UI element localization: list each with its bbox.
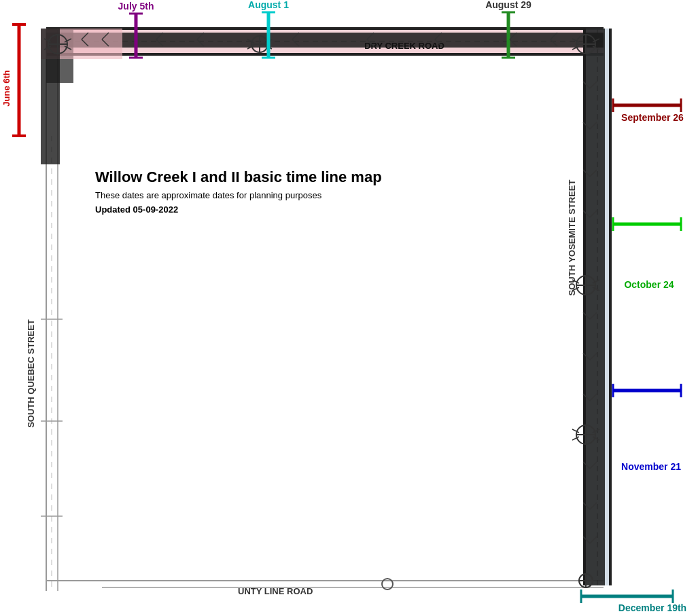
south-yosemite-street-label: SOUTH YOSEMITE STREET [567, 179, 577, 295]
june6-label: June 6th [1, 70, 12, 107]
october24-label: October 24 [624, 279, 674, 290]
september26-label: September 26 [621, 112, 684, 123]
july5-label: July 5th [118, 1, 154, 12]
dry-creek-road-label: DRY CREEK ROAD [364, 41, 444, 51]
november21-label: November 21 [621, 461, 681, 472]
svg-rect-17 [46, 33, 604, 48]
map-title: Willow Creek I and II basic time line ma… [95, 168, 382, 186]
august1-label: August 1 [248, 0, 289, 10]
svg-rect-21 [583, 29, 605, 585]
map-subtitle: These dates are approximate dates for pl… [95, 190, 382, 200]
title-block: Willow Creek I and II basic time line ma… [95, 168, 382, 215]
december19-label: December 19th [618, 602, 686, 613]
map-updated: Updated 05-09-2022 [95, 204, 382, 215]
map-container: DRY CREEK ROAD SOUTH QUEBEC STREET SOUTH… [0, 0, 698, 616]
south-quebec-street-label: SOUTH QUEBEC STREET [26, 319, 36, 428]
county-line-road-label: UNTY LINE ROAD [238, 586, 313, 596]
august29-label: August 29 [485, 0, 531, 10]
